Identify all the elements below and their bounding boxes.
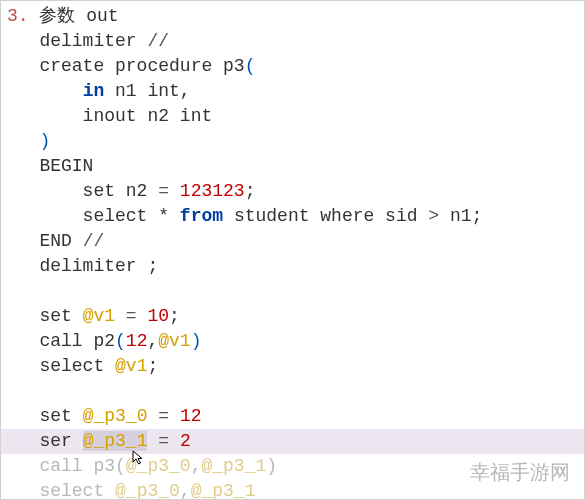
code-line: call p2(12,@v1) [7, 329, 584, 354]
code-line: inout n2 int [7, 104, 584, 129]
code-line: in n1 int, [7, 79, 584, 104]
code-line: select @v1; [7, 354, 584, 379]
watermark-text: 幸福手游网 [470, 460, 570, 485]
code-line: select * from student where sid > n1; [7, 204, 584, 229]
code-line: create procedure p3( [7, 54, 584, 79]
blank-line [7, 379, 584, 404]
code-line: ) [7, 129, 584, 154]
code-line: delimiter // [7, 29, 584, 54]
code-line: BEGIN [7, 154, 584, 179]
code-line: END // [7, 229, 584, 254]
selected-text: @_p3_1 [83, 431, 148, 451]
blank-line [7, 279, 584, 304]
code-block: 3. 参数 out delimiter // create procedure … [1, 1, 584, 500]
code-line: set @v1 = 10; [7, 304, 584, 329]
code-line-highlighted: ser @_p3_1 = 2 [1, 429, 584, 454]
list-number: 3. [7, 6, 29, 26]
code-line: delimiter ; [7, 254, 584, 279]
code-line: set @_p3_0 = 12 [7, 404, 584, 429]
code-line: 3. 参数 out [7, 4, 584, 29]
code-line: set n2 = 123123; [7, 179, 584, 204]
